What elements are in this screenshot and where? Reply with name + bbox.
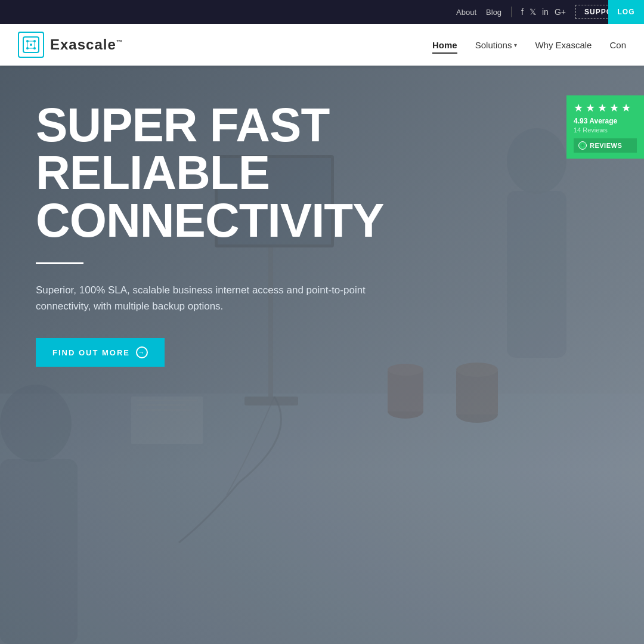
logo-svg [23,36,39,53]
review-score: 4.93 Average [574,117,637,125]
hero-section: SUPER FAST RELIABLE CONNECTIVITY Superio… [0,66,644,644]
svg-point-23 [0,385,72,462]
svg-rect-27 [137,404,185,406]
svg-rect-25 [131,397,203,444]
nav-home[interactable]: Home [432,40,457,50]
login-button[interactable]: LOG [608,0,644,24]
top-bar: About Blog f 𝕏 in G+ SUPPORT LOG [0,0,644,24]
nav-contact[interactable]: Con [609,40,626,50]
logo[interactable]: Exascale™ [18,32,123,58]
social-icons: f 𝕏 in G+ [521,7,566,17]
about-link[interactable]: About [456,8,476,17]
main-nav: Exascale™ Home Solutions ▾ Why Exascale … [0,24,644,66]
review-widget[interactable]: ★ ★ ★ ★ ★ 4.93 Average 14 Reviews ✦ REVI… [566,95,644,159]
solutions-chevron-icon: ▾ [514,42,517,48]
logo-icon [18,32,44,58]
facebook-icon[interactable]: f [521,7,524,17]
twitter-icon[interactable]: 𝕏 [530,7,536,17]
hero-divider [36,262,83,264]
nav-why-exascale[interactable]: Why Exascale [535,40,592,50]
svg-rect-10 [0,394,644,644]
review-count: 14 Reviews [574,126,637,134]
review-badge[interactable]: ✦ REVIEWS [574,138,637,153]
svg-rect-24 [0,459,78,644]
svg-rect-16 [388,370,423,411]
find-out-more-button[interactable]: FIND OUT MORE → [36,338,165,367]
linkedin-icon[interactable]: in [542,7,549,17]
nav-solutions[interactable]: Solutions ▾ [475,40,518,50]
svg-rect-26 [137,400,197,401]
svg-point-5 [30,44,32,46]
googleplus-icon[interactable]: G+ [555,7,566,17]
top-bar-divider [511,7,512,17]
logo-text: Exascale™ [50,36,123,53]
hero-title: SUPER FAST RELIABLE CONNECTIVITY [36,101,608,244]
hero-subtitle: Superior, 100% SLA, scalable business in… [36,282,370,314]
svg-rect-28 [137,409,191,411]
top-bar-links: About Blog f 𝕏 in G+ SUPPORT [456,5,632,19]
review-badge-icon: ✦ [578,141,587,150]
blog-link[interactable]: Blog [486,8,501,17]
review-stars: ★ ★ ★ ★ ★ [574,101,637,114]
hero-content: SUPER FAST RELIABLE CONNECTIVITY Superio… [0,66,644,367]
cta-circle-icon: → [136,346,148,358]
nav-links: Home Solutions ▾ Why Exascale Con [432,40,626,50]
cta-arrow-icon: → [138,349,146,356]
